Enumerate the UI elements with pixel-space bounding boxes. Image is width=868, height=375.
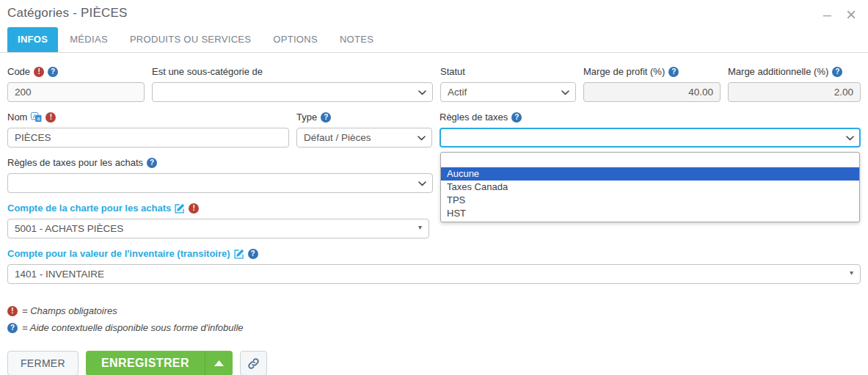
field-additional-margin: Marge additionnelle (%) ? <box>728 66 861 102</box>
tab-produits-ou-services[interactable]: PRODUITS OU SERVICES <box>120 27 261 52</box>
code-input[interactable] <box>7 82 145 102</box>
status-select[interactable]: Actif <box>440 82 576 102</box>
dropdown-option-hst[interactable]: HST <box>441 207 859 220</box>
field-type: Type ? Défaut / Pièces <box>296 112 432 148</box>
field-name: Nom A a ! <box>7 112 289 148</box>
field-code: Code ! ? <box>7 66 145 102</box>
field-subcategory: Est une sous-catégorie de <box>152 66 433 102</box>
required-icon: ! <box>189 203 199 214</box>
legend-help-text: = Aide contextuelle disponible sous form… <box>22 322 244 333</box>
type-label: Type <box>296 112 317 123</box>
link-icon <box>247 357 260 370</box>
purchase-tax-rules-label: Règles de taxes pour les achats <box>7 157 143 168</box>
help-icon[interactable]: ? <box>48 67 58 77</box>
combo-caret-icon: ▾ <box>418 223 422 231</box>
close-button[interactable]: FERMER <box>7 351 79 375</box>
legend-required-text: = Champs obligatoires <box>22 305 117 316</box>
help-icon: ? <box>7 323 18 333</box>
purchase-account-combobox[interactable]: 5001 - ACHATS PIÈCES ▾ <box>7 219 429 239</box>
profit-margin-label: Marge de profit (%) <box>583 66 665 77</box>
tax-rules-dropdown: Aucune Taxes Canada TPS HST <box>440 152 860 222</box>
save-button-group: ENREGISTRER <box>86 351 233 375</box>
type-select[interactable]: Défaut / Pièces <box>296 128 432 148</box>
edit-icon[interactable] <box>234 249 244 259</box>
help-icon[interactable]: ? <box>832 67 842 77</box>
additional-margin-input[interactable] <box>728 82 861 102</box>
purchase-tax-rules-select[interactable] <box>7 173 433 193</box>
help-icon[interactable]: ? <box>321 112 331 123</box>
caret-up-icon <box>214 360 224 366</box>
field-status: Statut Actif <box>440 66 576 102</box>
window-controls: – × <box>823 7 856 22</box>
chevron-down-icon <box>418 90 426 95</box>
code-label: Code <box>7 66 30 77</box>
tab-infos[interactable]: INFOS <box>7 27 58 52</box>
legend-help: ? = Aide contextuelle disponible sous fo… <box>7 322 861 333</box>
page-title: Catégories - PIÈCES <box>7 6 127 21</box>
required-icon: ! <box>7 306 18 316</box>
combo-caret-icon: ▾ <box>850 269 853 277</box>
dropdown-option-taxes-canada[interactable]: Taxes Canada <box>441 181 859 194</box>
tab-medias[interactable]: MÉDIAS <box>59 27 118 52</box>
category-form: Code ! ? Est une sous-catégorie de Statu… <box>0 53 868 284</box>
field-purchase-account: Compte de la charte pour les achats ! 50… <box>7 203 429 239</box>
required-icon: ! <box>45 112 56 123</box>
required-icon: ! <box>34 67 44 77</box>
field-tax-rules: Règles de taxes ? Aucune Taxes Canada TP… <box>440 112 861 148</box>
legend: ! = Champs obligatoires ? = Aide context… <box>0 294 868 333</box>
chevron-down-icon <box>417 136 426 141</box>
help-icon[interactable]: ? <box>511 112 522 123</box>
window-header: Catégories - PIÈCES – × <box>0 0 868 22</box>
translate-icon[interactable]: A a <box>31 112 42 123</box>
tax-rules-select[interactable] <box>440 128 861 148</box>
minimize-icon[interactable]: – <box>823 7 831 22</box>
save-button[interactable]: ENREGISTRER <box>86 351 205 375</box>
help-icon[interactable]: ? <box>147 158 157 168</box>
name-input[interactable] <box>7 128 289 148</box>
subcategory-select[interactable] <box>152 82 433 102</box>
status-label: Statut <box>440 66 465 77</box>
close-icon[interactable]: × <box>846 7 856 22</box>
field-purchase-tax-rules: Règles de taxes pour les achats ? <box>7 157 433 193</box>
tab-notes[interactable]: NOTES <box>329 27 384 52</box>
inventory-account-combobox[interactable]: 1401 - INVENTAIRE ▾ <box>7 264 861 284</box>
profit-margin-input[interactable] <box>583 82 721 102</box>
chevron-down-icon <box>561 90 569 95</box>
field-inventory-account: Compte pour la valeur de l'inventaire (t… <box>7 248 861 284</box>
help-icon[interactable]: ? <box>248 249 258 259</box>
additional-margin-label: Marge additionnelle (%) <box>728 66 828 77</box>
dropdown-option-tps[interactable]: TPS <box>441 194 859 207</box>
inventory-account-label[interactable]: Compte pour la valeur de l'inventaire (t… <box>7 248 230 259</box>
legend-required: ! = Champs obligatoires <box>7 305 861 316</box>
save-options-button[interactable] <box>205 351 233 375</box>
tax-rules-label: Règles de taxes <box>440 112 508 123</box>
link-button[interactable] <box>240 351 267 375</box>
subcategory-label: Est une sous-catégorie de <box>152 66 263 77</box>
edit-icon[interactable] <box>175 203 185 214</box>
chevron-down-icon <box>418 181 426 186</box>
dropdown-option-empty[interactable] <box>441 154 859 167</box>
name-label: Nom <box>7 112 27 123</box>
purchase-account-label[interactable]: Compte de la charte pour les achats <box>7 203 171 214</box>
dropdown-option-aucune[interactable]: Aucune <box>441 167 859 181</box>
field-profit-margin: Marge de profit (%) ? <box>583 66 721 102</box>
footer-actions: FERMER ENREGISTRER <box>0 339 868 375</box>
tab-bar: INFOS MÉDIAS PRODUITS OU SERVICES OPTION… <box>0 27 868 53</box>
chevron-down-icon <box>846 136 854 141</box>
tab-options[interactable]: OPTIONS <box>263 27 328 52</box>
help-icon[interactable]: ? <box>668 67 679 77</box>
